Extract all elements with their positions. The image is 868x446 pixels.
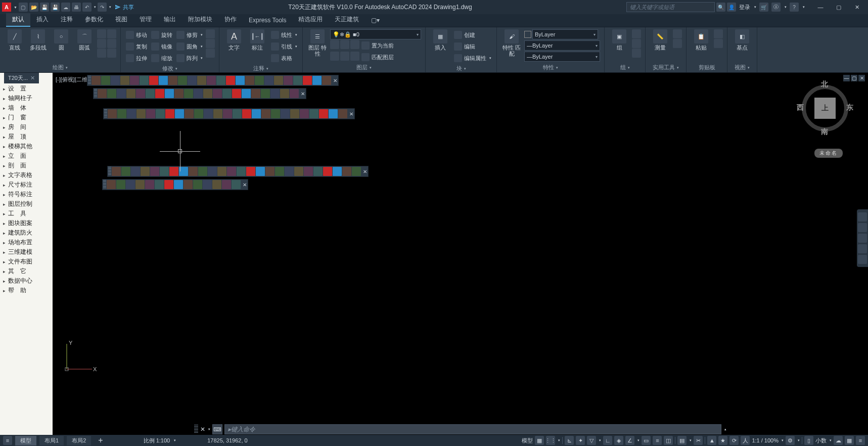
ft4-btn-0[interactable]: [112, 167, 121, 176]
search-input[interactable]: 键入关键字或短语: [626, 2, 715, 12]
draw-tool-2[interactable]: ○圆: [51, 29, 72, 51]
sb-layout2-tab[interactable]: 布局2: [67, 436, 91, 445]
ft1-btn-23[interactable]: [312, 76, 322, 85]
doc-tab[interactable]: T20天... ✕: [4, 73, 39, 83]
sb-more-icon[interactable]: ▦: [845, 436, 854, 445]
sidebar-item-7[interactable]: ▸立 面: [0, 151, 53, 161]
cmd-prompt-icon[interactable]: ⌨: [212, 424, 222, 434]
ft1-btn-4[interactable]: [130, 76, 139, 85]
gr3-icon[interactable]: [632, 49, 641, 58]
sb-gear-icon[interactable]: ⚙: [786, 436, 795, 445]
maximize-button[interactable]: ▢: [830, 1, 848, 13]
new-icon[interactable]: ▢: [19, 3, 28, 12]
ft2-btn-8[interactable]: [174, 89, 184, 98]
ft5-btn-7[interactable]: [174, 180, 183, 189]
ft2-btn-16[interactable]: [251, 89, 260, 98]
ft4-btn-2[interactable]: [131, 167, 140, 176]
plot-icon[interactable]: 🖶: [72, 3, 81, 12]
draw-extra-20[interactable]: [97, 49, 106, 58]
sidebar-item-15[interactable]: ▸建筑防火: [0, 228, 53, 238]
viewcube[interactable]: 上 北 南 东 西: [800, 83, 850, 133]
ft4-btn-7[interactable]: [179, 167, 188, 176]
ft5-btn-3[interactable]: [135, 180, 145, 189]
tool-linear[interactable]: 线性▾: [270, 29, 298, 40]
redo-dd[interactable]: ▾: [109, 5, 111, 9]
ft5-close[interactable]: ✕: [242, 182, 247, 187]
ft1-btn-19[interactable]: [274, 76, 283, 85]
ft4-btn-10[interactable]: [208, 167, 217, 176]
sidebar-item-5[interactable]: ▸屋 顶: [0, 132, 53, 142]
modify-12[interactable]: 缩放: [150, 53, 173, 64]
tab-8[interactable]: 协作: [218, 13, 243, 27]
ft1-btn-15[interactable]: [236, 76, 245, 85]
ft2-btn-13[interactable]: [222, 89, 232, 98]
ft1-btn-22[interactable]: [303, 76, 312, 85]
ucs-name-pill[interactable]: 未命名: [814, 149, 843, 158]
float-toolbar-4[interactable]: ✕: [107, 166, 369, 177]
ft1-btn-1[interactable]: [101, 76, 110, 85]
share-button[interactable]: 共享: [115, 4, 134, 11]
vp-close-icon[interactable]: ✕: [858, 75, 865, 81]
tool-create-block[interactable]: 创建: [453, 29, 492, 40]
ft5-btn-5[interactable]: [155, 180, 164, 189]
ft1-btn-20[interactable]: [284, 76, 293, 85]
ft4-btn-4[interactable]: [150, 167, 159, 176]
drawing-canvas[interactable]: [-][俯视][二维线框] — ▢ ✕ ✕ ✕ ✕ ✕ ✕ Y X 上 北: [53, 73, 868, 435]
cmd-recent-dd[interactable]: ▴: [724, 427, 726, 431]
draw-extra-00[interactable]: [97, 29, 106, 38]
ft1-btn-11[interactable]: [197, 76, 206, 85]
saveas-icon[interactable]: 💾: [51, 3, 60, 12]
ft3-btn-12[interactable]: [223, 109, 232, 118]
sb-units-icon[interactable]: ▯: [804, 436, 813, 445]
sb-grid-icon[interactable]: ▦: [535, 436, 544, 445]
sb-snap-icon[interactable]: ⋮⋮: [546, 436, 555, 445]
ft2-btn-5[interactable]: [146, 89, 155, 98]
draw-tool-3[interactable]: ⌒圆弧: [74, 29, 95, 51]
float-toolbar-5[interactable]: ✕: [102, 179, 248, 190]
sb-qp-icon[interactable]: ▤: [677, 436, 687, 445]
gr2-icon[interactable]: [632, 39, 641, 48]
sidebar-item-21[interactable]: ▸帮 助: [0, 286, 53, 295]
ft1-btn-0[interactable]: [92, 76, 101, 85]
modify-00[interactable]: 移动: [125, 29, 148, 40]
ft3-btn-6[interactable]: [165, 109, 174, 118]
sb-osnap-icon[interactable]: ∟: [603, 436, 612, 445]
copy-icon[interactable]: [714, 39, 723, 48]
save-icon[interactable]: 💾: [40, 3, 49, 12]
ft3-btn-10[interactable]: [204, 109, 213, 118]
ft5-btn-10[interactable]: [203, 180, 212, 189]
ft3-btn-1[interactable]: [117, 109, 126, 118]
ft3-btn-24[interactable]: [338, 109, 347, 118]
ft2-btn-15[interactable]: [242, 89, 251, 98]
ft3-btn-8[interactable]: [185, 109, 194, 118]
ft2-btn-17[interactable]: [261, 89, 270, 98]
sb-decimal[interactable]: 小数: [815, 437, 827, 444]
nav-orbit-icon[interactable]: [858, 244, 867, 253]
layer-e3-icon[interactable]: [350, 52, 359, 61]
sb-layout1-tab[interactable]: 布局1: [39, 436, 64, 445]
tool-matchlayer[interactable]: 匹配图层: [360, 52, 395, 63]
sidebar-item-20[interactable]: ▸数据中心: [0, 276, 53, 286]
tool-leader[interactable]: 引线▾: [270, 41, 298, 52]
draw-tool-0[interactable]: ╱直线: [4, 29, 25, 51]
tool-dim[interactable]: ┃←┃标注: [247, 29, 268, 51]
sb-anns-icon[interactable]: ⟳: [729, 436, 739, 445]
ft5-btn-2[interactable]: [126, 180, 135, 189]
tool-setcurrent[interactable]: 置为当前: [360, 40, 395, 51]
ft1-btn-2[interactable]: [111, 76, 120, 85]
ft1-btn-7[interactable]: [159, 76, 168, 85]
sidebar-item-9[interactable]: ▸文字表格: [0, 170, 53, 180]
sidebar-item-3[interactable]: ▸门 窗: [0, 113, 53, 122]
nav-zoom-icon[interactable]: [858, 234, 867, 243]
ft1-btn-6[interactable]: [149, 76, 158, 85]
sb-zoom[interactable]: 1:1 / 100%: [752, 437, 779, 443]
nav-wheel-icon[interactable]: [858, 212, 867, 221]
sidebar-item-12[interactable]: ▸图层控制: [0, 199, 53, 209]
sb-scale[interactable]: 比例 1:100: [144, 437, 170, 444]
tab-3[interactable]: 参数化: [79, 13, 109, 27]
ft1-btn-5[interactable]: [140, 76, 149, 85]
ft1-btn-12[interactable]: [207, 76, 216, 85]
sb-lwt-icon[interactable]: ≡: [653, 436, 662, 445]
sb-custom-icon[interactable]: ≡: [856, 436, 865, 445]
draw-extra-01[interactable]: [107, 29, 116, 38]
